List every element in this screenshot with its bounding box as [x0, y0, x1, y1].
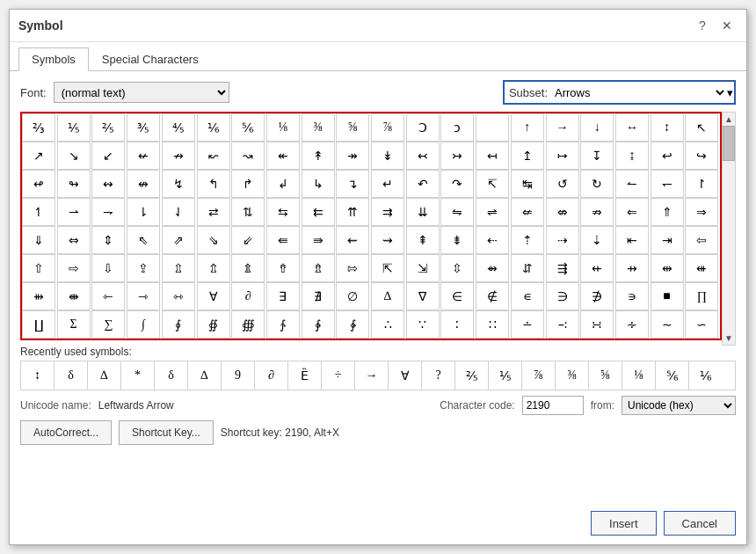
- symbol-cell[interactable]: ↕: [651, 113, 684, 142]
- symbol-cell[interactable]: ↖: [685, 113, 718, 142]
- symbol-cell[interactable]: ∽: [685, 310, 718, 339]
- symbol-cell[interactable]: ⇴: [476, 254, 509, 282]
- symbol-cell[interactable]: ∅: [336, 282, 369, 310]
- symbol-cell[interactable]: ↫: [22, 170, 55, 198]
- symbol-cell[interactable]: ⅝: [336, 113, 369, 142]
- symbol-cell[interactable]: ↹: [511, 170, 544, 198]
- symbol-cell[interactable]: ⇌: [476, 198, 509, 226]
- symbol-cell[interactable]: ↞: [266, 142, 300, 170]
- recently-used-cell[interactable]: ⅙: [689, 361, 723, 390]
- symbol-cell[interactable]: ∹: [546, 310, 579, 339]
- recently-used-cell[interactable]: ∂: [255, 361, 288, 390]
- recently-used-cell[interactable]: ∀: [389, 361, 422, 390]
- from-select[interactable]: Unicode (hex): [622, 396, 736, 415]
- symbol-cell[interactable]: ∋: [546, 282, 579, 310]
- recently-used-cell[interactable]: ⅖: [455, 361, 489, 390]
- symbol-cell[interactable]: ⇀: [57, 198, 91, 226]
- symbol-cell[interactable]: ⇫: [162, 254, 195, 282]
- font-select[interactable]: (normal text): [54, 82, 229, 103]
- recently-used-cell[interactable]: ⅚: [656, 361, 689, 390]
- symbol-cell[interactable]: ∷: [476, 310, 509, 339]
- symbol-cell[interactable]: ⇹: [651, 254, 684, 282]
- symbol-cell[interactable]: Ↄ: [406, 113, 440, 142]
- symbol-cell[interactable]: ∍: [615, 282, 649, 310]
- symbol-cell[interactable]: ⇥: [651, 226, 684, 254]
- recently-used-cell[interactable]: δ: [155, 361, 188, 390]
- symbol-cell[interactable]: ⇗: [162, 226, 195, 254]
- symbol-cell[interactable]: ⅔: [22, 113, 55, 142]
- symbol-cell[interactable]: ⇯: [302, 254, 335, 282]
- symbol-cell[interactable]: ↺: [546, 170, 579, 198]
- symbol-cell[interactable]: ↩: [651, 142, 684, 170]
- symbol-cell[interactable]: ↥: [511, 142, 544, 170]
- symbol-cell[interactable]: ↵: [371, 170, 404, 198]
- symbol-cell[interactable]: ⇸: [615, 254, 649, 282]
- symbol-cell[interactable]: ⇃: [162, 198, 195, 226]
- symbol-cell[interactable]: ⇇: [302, 198, 335, 226]
- symbol-cell[interactable]: ⇘: [197, 226, 230, 254]
- symbol-cell[interactable]: ∊: [511, 282, 544, 310]
- symbol-cell[interactable]: ↝: [231, 142, 265, 170]
- symbol-cell[interactable]: ⇟: [440, 226, 474, 254]
- symbol-cell[interactable]: ↦: [546, 142, 579, 170]
- symbol-cell[interactable]: ↓: [580, 113, 614, 142]
- symbol-cell[interactable]: ⇽: [91, 282, 125, 310]
- symbol-cell[interactable]: ∳: [336, 310, 369, 339]
- symbol-cell[interactable]: ↪: [685, 142, 718, 170]
- symbol-cell[interactable]: ↜: [197, 142, 230, 170]
- symbol-cell[interactable]: ↢: [406, 142, 440, 170]
- symbol-cell[interactable]: ⇬: [197, 254, 230, 282]
- recently-used-cell[interactable]: ⅜: [556, 361, 589, 390]
- symbol-cell[interactable]: ⇩: [91, 254, 125, 282]
- tab-special-characters[interactable]: Special Characters: [89, 47, 212, 71]
- symbol-cell[interactable]: ∃: [266, 282, 300, 310]
- symbol-cell[interactable]: ⇡: [511, 226, 544, 254]
- recently-used-cell[interactable]: ∆: [88, 361, 121, 390]
- symbol-cell[interactable]: ∲: [302, 310, 335, 339]
- recently-used-cell[interactable]: ⅞: [522, 361, 556, 390]
- symbol-cell[interactable]: ∶: [440, 310, 474, 339]
- symbol-cell[interactable]: ⇻: [22, 282, 55, 310]
- insert-button[interactable]: Insert: [591, 511, 657, 536]
- symbol-cell[interactable]: ↧: [580, 142, 614, 170]
- symbol-cell[interactable]: ⅞: [371, 113, 404, 142]
- symbol-cell[interactable]: ↠: [336, 142, 369, 170]
- symbol-cell[interactable]: ↸: [476, 170, 509, 198]
- symbol-cell[interactable]: ∄: [302, 282, 335, 310]
- symbol-cell[interactable]: ∌: [580, 282, 614, 310]
- symbol-cell[interactable]: ∈: [440, 282, 474, 310]
- recently-used-cell[interactable]: *: [121, 361, 155, 390]
- symbol-cell[interactable]: ⅕: [57, 113, 91, 142]
- symbol-cell[interactable]: ⇱: [371, 254, 404, 282]
- symbol-cell[interactable]: ∴: [371, 310, 404, 339]
- symbol-cell[interactable]: ⇭: [231, 254, 265, 282]
- recently-used-cell[interactable]: δ: [55, 361, 88, 390]
- scrollbar[interactable]: ▲ ▼: [722, 112, 736, 346]
- symbol-cell[interactable]: ⇢: [546, 226, 579, 254]
- symbol-cell[interactable]: ∏: [685, 282, 718, 310]
- symbol-cell[interactable]: ⇊: [406, 198, 440, 226]
- help-button[interactable]: ?: [692, 15, 713, 36]
- symbol-cell[interactable]: ↚: [127, 142, 160, 170]
- recently-used-cell[interactable]: ∆: [188, 361, 222, 390]
- symbol-cell[interactable]: ∺: [580, 310, 614, 339]
- symbol-cell[interactable]: ⇲: [406, 254, 440, 282]
- symbol-cell[interactable]: ⇂: [127, 198, 160, 226]
- symbol-cell[interactable]: ⇕: [91, 226, 125, 254]
- symbol-cell[interactable]: ⇚: [266, 226, 300, 254]
- character-code-input[interactable]: [522, 396, 584, 415]
- symbol-cell[interactable]: ∵: [406, 310, 440, 339]
- symbol-cell[interactable]: ⇙: [231, 226, 265, 254]
- symbol-cell[interactable]: ⇞: [406, 226, 440, 254]
- recently-used-cell[interactable]: ?: [422, 361, 455, 390]
- symbol-cell[interactable]: ↿: [22, 198, 55, 226]
- symbol-cell[interactable]: ↭: [91, 170, 125, 198]
- symbol-cell[interactable]: ■: [651, 282, 684, 310]
- symbol-cell[interactable]: ⇋: [440, 198, 474, 226]
- symbol-cell[interactable]: ↶: [406, 170, 440, 198]
- symbol-cell[interactable]: ↬: [57, 170, 91, 198]
- symbol-cell[interactable]: ⇤: [615, 226, 649, 254]
- symbol-cell[interactable]: ⇺: [685, 254, 718, 282]
- symbol-cell[interactable]: ⅗: [127, 113, 160, 142]
- symbol-cell[interactable]: ⇄: [197, 198, 230, 226]
